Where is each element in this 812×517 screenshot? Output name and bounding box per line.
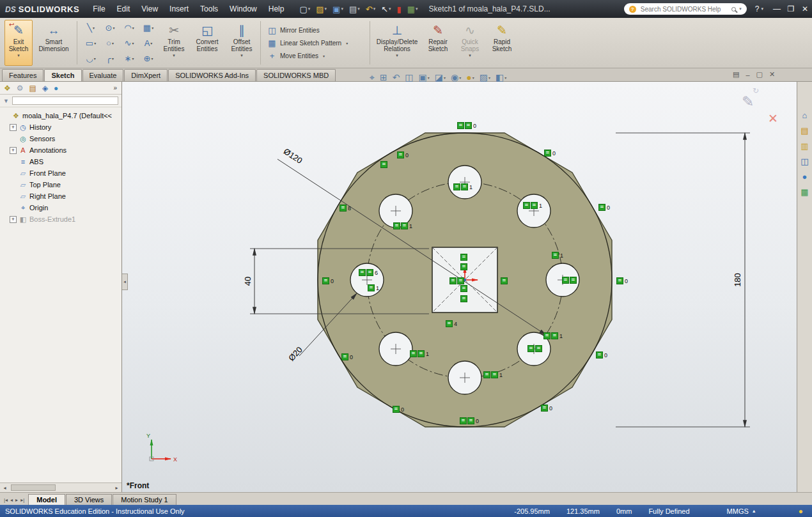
search-icon[interactable] [731,7,736,12]
edit-appearance-button[interactable]: ●▾ [466,72,474,82]
cancel-sketch-icon[interactable]: ✕ [768,111,778,126]
dropdown-caret[interactable]: ▾ [112,41,114,45]
tree-item-annotations[interactable]: +AAnnotations [0,144,121,156]
tab-features[interactable]: Features [2,69,43,81]
dropdown-caret[interactable]: ▾ [151,56,153,61]
tab-solidworks-add-ins[interactable]: SOLIDWORKS Add-Ins [168,69,256,81]
next-tab-icon[interactable]: ▸ [15,497,18,503]
dropdown-caret[interactable]: ▾ [113,26,114,30]
menu-file[interactable]: File [87,3,111,15]
menu-help[interactable]: Help [263,3,290,15]
mirror-entities-button[interactable]: ◫ Mirror Entities [265,25,366,36]
dropdown-caret[interactable]: ▾ [240,53,243,58]
dropdown-caret[interactable]: ▾ [444,75,446,80]
tab-dimxpert[interactable]: DimXpert [124,69,168,81]
exit-sketch-button[interactable]: ✎↩ Exit Sketch ▾ [4,20,33,66]
close-button[interactable]: ✕ [798,4,812,13]
doc-restore-button[interactable]: ▢ [756,70,763,79]
first-tab-icon[interactable]: |◂ [4,497,8,503]
pattern-grid-tool-button[interactable]: ▦▾ [139,20,158,35]
dropdown-caret[interactable]: ▾ [459,75,461,80]
unit-system-selector[interactable]: MMGS ▲ [727,507,756,515]
line-tool-button[interactable]: ╲▾ [81,20,100,35]
point-tool-button[interactable]: ∗▾ [120,50,139,66]
tree-item-top-plane[interactable]: ▱Top Plane [0,179,121,190]
save-button[interactable]: ▣▾ [331,4,345,14]
dropdown-caret[interactable]: ▾ [308,6,311,12]
circle-tool-button[interactable]: ⊙▾ [100,20,120,35]
file-explorer-tab[interactable]: ▥ [800,142,808,150]
print-button[interactable]: ▤▾ [347,4,362,14]
dropdown-caret[interactable]: ▾ [396,53,398,58]
options-flag-button[interactable]: ▮ [395,4,403,14]
apply-scene-button[interactable]: ▨▾ [480,72,490,82]
last-tab-icon[interactable]: ▸| [20,497,24,503]
open-document-button[interactable]: ▨▾ [314,4,329,14]
arc-tool-button[interactable]: ◠▾ [120,20,139,35]
ellipse-tool-button[interactable]: ○▾ [100,35,120,50]
tab-solidworks-mbd[interactable]: SOLIDWORKS MBD [256,69,336,81]
previous-view-button[interactable]: ↶ [393,72,400,82]
dim-text-d20[interactable]: Ø20 [286,344,304,362]
dropdown-caret[interactable]: ▾ [132,56,134,61]
zoom-to-area-button[interactable]: ⊞ [380,72,387,82]
rapid-sketch-button[interactable]: ✎ Rapid Sketch [486,20,518,66]
expander-icon[interactable]: + [10,216,17,223]
dropdown-caret[interactable]: ▾ [488,75,490,80]
panel-tabs-overflow-icon[interactable]: » [113,84,117,91]
tree-item-sensors[interactable]: ◎Sensors [0,133,121,144]
dim-text-d120[interactable]: Ø120 [282,146,304,166]
doc-minimize-button[interactable]: – [746,71,749,79]
design-library-tab[interactable]: ▤ [800,127,808,135]
menu-view[interactable]: View [136,3,164,15]
dropdown-caret[interactable]: ▾ [150,41,152,45]
section-view-button[interactable]: ◫ [405,72,413,82]
doc-close-button[interactable]: ✕ [769,70,775,79]
tab-sketch[interactable]: Sketch [44,69,81,81]
graphics-viewport[interactable]: 180 40 Ø120 Ø20 [122,82,797,492]
tree-item-moala-hala-p4-7-default[interactable]: ❖moala_hala_P4.7 (Default<< [0,110,121,121]
panel-tab-dimxpertmanager[interactable]: ◈ [42,84,48,92]
new-document-button[interactable]: ▢▾ [297,4,312,14]
dropdown-caret[interactable]: ▾ [112,56,114,61]
prev-tab-icon[interactable]: ◂ [10,497,13,503]
dim-text-180[interactable]: 180 [733,273,742,287]
dropdown-caret[interactable]: ▾ [173,53,175,58]
convert-entities-button[interactable]: ◱ Convert Entities [189,20,225,66]
undo-button[interactable]: ↶▾ [364,4,377,14]
menu-tools[interactable]: Tools [194,3,224,15]
help-indicator-icon[interactable]: ● [799,507,803,516]
tree-item-front-plane[interactable]: ▱Front Plane [0,167,121,179]
select-button[interactable]: ↖▾ [379,4,393,14]
dropdown-caret[interactable]: ▾ [152,26,153,30]
help-search-input[interactable] [639,5,728,13]
dropdown-caret[interactable]: ▾ [389,6,391,12]
hide-show-items-button[interactable]: ◉▾ [451,72,461,82]
help-search-box[interactable]: ? ▾ [624,3,747,15]
tree-item-boss-extrude1[interactable]: +◧Boss-Extrude1 [0,213,121,225]
tab-evaluate[interactable]: Evaluate [82,69,124,81]
dropdown-caret[interactable]: ▾ [323,54,325,58]
fillet-tool-button[interactable]: ╭▾ [100,50,120,66]
expander-icon[interactable]: + [10,124,17,131]
menu-edit[interactable]: Edit [111,3,136,15]
plane-tool-tool-button[interactable]: ⊕▾ [139,50,158,66]
scrollbar-thumb[interactable] [11,484,56,491]
move-entities-button[interactable]: + Move Entities ▾ [265,50,366,61]
offset-entities-button[interactable]: ∥ Offset Entities ▾ [226,20,257,66]
confirm-sketch-icon[interactable]: ✎ [742,93,754,111]
doc-tab-model[interactable]: Model [28,494,65,505]
linear-sketch-pattern-button[interactable]: ▦ Linear Sketch Pattern ▾ [265,38,366,49]
tree-item-history[interactable]: +◷History [0,121,121,133]
dropdown-caret[interactable]: ▾ [469,53,471,58]
tree-item-abs[interactable]: ≡ABS [0,156,121,167]
view-palette-tab[interactable]: ◫ [800,157,808,166]
panel-tab-displaymanager[interactable]: ● [54,84,58,92]
scroll-left-icon[interactable]: ◂ [0,485,10,491]
zoom-to-fit-button[interactable]: ⌖ [370,72,375,83]
smart-dimension-button[interactable]: ↔ Smart Dimension [34,20,74,66]
dropdown-caret[interactable]: ▾ [94,41,96,45]
scroll-right-icon[interactable]: ▸ [112,485,121,491]
sketch-settings-button[interactable]: ▦▾ [405,4,420,14]
dropdown-caret[interactable]: ▾ [132,41,134,45]
